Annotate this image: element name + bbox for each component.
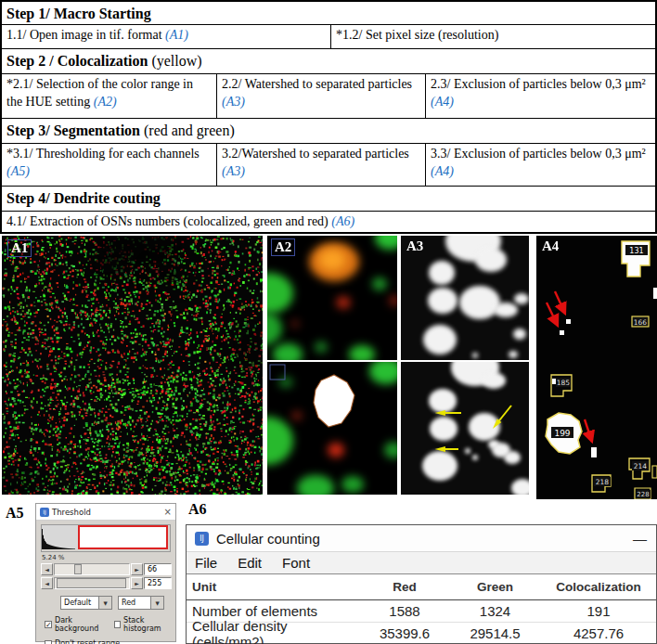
cell-2-1: *2.1/ Selection of the color range in th… <box>2 74 217 118</box>
header-green: Green <box>446 580 544 594</box>
dark-background-label: Dark background <box>55 616 110 633</box>
figure-label-a6: A6 <box>188 501 207 518</box>
cell-3-2: 3.2/Watershed to separated particles (A3… <box>217 144 426 186</box>
figure-label-a2: A2 <box>271 238 295 256</box>
cell-2-2: 2.2/ Watershed to separated particles (A… <box>217 74 426 118</box>
figure-label-a5: A5 <box>6 505 24 522</box>
slider-left-arrow-icon[interactable]: ◄ <box>41 563 53 575</box>
dont-reset-range-label: Don't reset range <box>55 639 120 644</box>
ref-a5: (A5) <box>6 164 30 178</box>
threshold-histogram <box>41 524 171 552</box>
step3-header: Step 3/ Segmentation (red and green) <box>2 119 655 143</box>
menu-edit[interactable]: Edit <box>238 555 262 571</box>
ref-a1: (A1) <box>165 28 188 42</box>
value-red: 1588 <box>363 603 446 619</box>
stack-histogram-label: Stack histogram <box>123 616 175 633</box>
small-particle <box>591 447 597 457</box>
cell-3-3: 3.3/ Exclusion of particles below 0,3 μm… <box>426 144 655 186</box>
min-slider-row: ◄ ► <box>41 563 172 575</box>
threshold-titlebar[interactable]: IJ Threshold × <box>36 504 175 521</box>
ref-a2: (A2) <box>94 95 117 109</box>
value-colocalization: 4257.76 <box>544 625 653 641</box>
workflow-table: Step 1/ Macro Starting 1.1/ Open image i… <box>0 0 657 234</box>
cell-4-1: 4.1/ Extraction of OSNs numbers (colocal… <box>2 212 655 232</box>
a4-svg: 131 166 185 199 214 218 228 <box>536 236 657 499</box>
step2-header: Step 2 / Colocalization (yellow) <box>2 49 655 73</box>
header-unit: Unit <box>187 580 363 594</box>
ref-a6: (A6) <box>331 214 354 228</box>
value-red: 35399.6 <box>363 625 446 641</box>
step1-header: Step 1/ Macro Starting <box>2 2 655 24</box>
particle-label-228: 228 <box>637 491 649 498</box>
particle-label-131: 131 <box>629 247 643 255</box>
panel-a2-bottom-closeup <box>267 362 397 495</box>
cellular-counting-window: IJ Cellular counting — File Edit Font Un… <box>186 524 657 644</box>
panel-a4-particle-exclusion: 131 166 185 199 214 218 228 <box>536 236 657 499</box>
cell-1-2: *1.2/ Set pixel size (resolution) <box>331 25 655 48</box>
slider-left-arrow-icon[interactable]: ◄ <box>41 577 53 589</box>
max-slider-thumb[interactable] <box>57 578 126 588</box>
menu-file[interactable]: File <box>195 555 217 571</box>
ref-a3: (A3) <box>222 95 245 109</box>
panel-a3-bottom-watershed <box>401 362 529 495</box>
panel-a1-fluorescence-image <box>2 236 263 495</box>
stack-histogram-checkbox[interactable] <box>114 621 121 628</box>
arrow-target-dot-2 <box>560 330 564 335</box>
dark-background-checkbox[interactable]: ✓ <box>45 621 52 628</box>
table-row: Cellular density (cells/mm2) 35399.6 295… <box>187 623 656 644</box>
minimize-icon[interactable]: — <box>633 531 647 547</box>
min-slider-track[interactable] <box>54 563 130 575</box>
row-label: Cellular density (cells/mm2) <box>187 618 363 644</box>
edge-particle <box>653 288 657 299</box>
counting-titlebar[interactable]: IJ Cellular counting — <box>187 525 656 552</box>
ref-a3b: (A3) <box>222 164 245 178</box>
cell-3-1: *3.1/ Thresholding for each channels (A5… <box>2 144 217 186</box>
figure-label-a1: A1 <box>7 239 32 257</box>
particle-label-218: 218 <box>596 478 610 486</box>
threshold-selects: Default ▼ Red ▼ <box>60 596 175 610</box>
edge-particle-2 <box>652 466 657 478</box>
threshold-dialog: IJ Threshold × 5.24 % ◄ ► ◄ ► Default ▼ … <box>35 503 176 642</box>
checkbox-row-2: Don't reset range <box>45 639 175 644</box>
min-threshold-input[interactable] <box>144 563 172 575</box>
method-select[interactable]: Default ▼ <box>60 596 112 610</box>
header-red: Red <box>363 580 446 594</box>
imagej-icon: IJ <box>195 532 209 546</box>
threshold-title: Threshold <box>52 508 161 517</box>
dont-reset-range-checkbox[interactable] <box>45 640 52 644</box>
header-colocalization: Colocalization <box>544 580 653 594</box>
min-slider-thumb[interactable] <box>74 564 82 574</box>
ref-a4: (A4) <box>431 95 454 109</box>
particle-label-166: 166 <box>634 318 648 327</box>
checkbox-row-1: ✓ Dark background Stack histogram <box>45 616 175 633</box>
cell-1-1: 1.1/ Open image in tif. format (A1) <box>2 25 331 48</box>
figure-label-a4: A4 <box>542 238 559 254</box>
chevron-down-icon[interactable]: ▼ <box>150 597 163 609</box>
particle-label-185: 185 <box>557 379 571 387</box>
row-label: Number of elements <box>187 603 363 619</box>
counting-title: Cellular counting <box>216 531 625 547</box>
max-slider-track[interactable] <box>54 577 130 589</box>
counting-table-header: Unit Red Green Colocalization <box>187 574 656 600</box>
chevron-down-icon[interactable]: ▼ <box>98 597 111 609</box>
value-colocalization: 191 <box>544 603 653 619</box>
channel-select[interactable]: Red ▼ <box>118 596 164 610</box>
step4-header: Step 4/ Dendrite couting <box>2 187 655 211</box>
channel-select-value: Red <box>119 597 150 609</box>
arrow-target-dot-1 <box>566 319 571 324</box>
slider-right-arrow-icon[interactable]: ► <box>131 563 143 575</box>
value-green: 29514.5 <box>446 625 544 641</box>
figure-label-a3: A3 <box>406 238 423 254</box>
particle-label-214: 214 <box>634 462 648 470</box>
counting-menubar: File Edit Font <box>187 552 656 574</box>
panel-a3-top-mask <box>401 236 529 360</box>
method-select-value: Default <box>61 597 98 609</box>
max-threshold-input[interactable] <box>144 577 172 589</box>
threshold-percent: 5.24 % <box>42 554 175 561</box>
slider-right-arrow-icon[interactable]: ► <box>131 577 143 589</box>
imagej-icon: IJ <box>40 508 49 517</box>
close-icon[interactable]: × <box>164 508 172 517</box>
menu-font[interactable]: Font <box>282 555 310 571</box>
max-slider-row: ◄ ► <box>41 577 172 589</box>
value-green: 1324 <box>446 603 544 619</box>
